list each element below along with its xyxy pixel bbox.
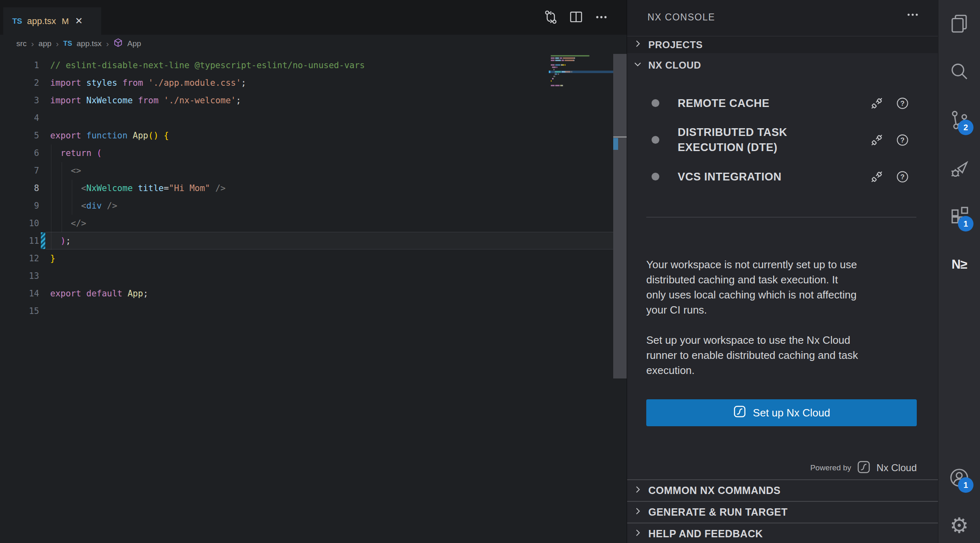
explorer-icon[interactable] <box>948 12 971 35</box>
powered-by-label: Powered by <box>810 463 851 472</box>
help-question-icon[interactable]: ? <box>895 169 910 186</box>
source-control-icon[interactable]: 2 <box>948 109 971 131</box>
line-number: 9 <box>0 197 39 215</box>
code-line[interactable]: 12} <box>0 250 612 267</box>
line-number: 2 <box>0 74 39 92</box>
nx-cloud-section: NX CLOUD REMOTE CACHE?DISTRIBUTED TASKEX… <box>627 53 938 479</box>
nx-cloud-item[interactable]: DISTRIBUTED TASKEXECUTION (DTE)? <box>627 121 938 159</box>
overview-modified-marker <box>613 138 618 150</box>
close-icon[interactable]: ✕ <box>75 16 83 27</box>
code-line[interactable]: 6 return ( <box>0 145 612 162</box>
breadcrumb-file[interactable]: app.tsx <box>77 39 102 48</box>
chevron-right-icon: › <box>56 39 59 49</box>
open-changes-icon[interactable] <box>543 9 559 27</box>
chevron-right-icon <box>633 485 643 497</box>
powered-by: Powered by Nx Cloud <box>646 460 917 476</box>
more-actions-icon[interactable] <box>593 9 610 27</box>
code-line[interactable]: 10 </> <box>0 215 612 232</box>
chevron-down-icon <box>633 59 643 71</box>
code-line[interactable]: 13 <box>0 267 612 285</box>
nx-cloud-icon <box>733 405 747 421</box>
nx-cloud-item-label: DISTRIBUTED TASKEXECUTION (DTE) <box>678 125 787 155</box>
button-label: Set up Nx Cloud <box>753 407 830 419</box>
svg-text:?: ? <box>900 173 905 181</box>
section-label: HELP AND FEEDBACK <box>648 528 763 540</box>
vertical-scrollbar[interactable] <box>613 54 627 378</box>
line-number: 12 <box>0 250 39 267</box>
help-question-icon[interactable]: ? <box>895 132 910 149</box>
code-text: <> <box>50 162 81 180</box>
editor-actions <box>543 9 610 27</box>
line-number: 10 <box>0 215 39 232</box>
nx-cloud-item[interactable]: REMOTE CACHE? <box>627 91 938 115</box>
tab-app-tsx[interactable]: TS app.tsx M ✕ <box>3 7 101 35</box>
code-text: export function App() { <box>50 127 169 145</box>
connect-icon[interactable] <box>869 132 885 150</box>
setup-instruction-text: Set up your workspace to use the Nx Clou… <box>646 333 924 378</box>
chevron-right-icon <box>633 39 643 51</box>
settings-icon[interactable]: ⚙︎ <box>948 514 971 537</box>
line-number: 15 <box>0 303 39 320</box>
line-number: 1 <box>0 57 39 74</box>
tab-title: app.tsx <box>27 16 56 27</box>
code-text: </> <box>50 215 86 232</box>
code-line[interactable]: 5export function App() { <box>0 127 612 145</box>
code-line[interactable]: 9 <div /> <box>0 197 612 215</box>
typescript-file-icon: TS <box>12 17 22 26</box>
line-number: 3 <box>0 92 39 109</box>
collapsed-sections: COMMON NX COMMANDSGENERATE & RUN TARGETH… <box>627 479 938 543</box>
badge: 1 <box>958 477 973 493</box>
badge: 1 <box>958 216 973 231</box>
nx-cloud-item[interactable]: VCS INTEGRATION? <box>627 165 938 189</box>
run-debug-icon[interactable] <box>948 157 971 180</box>
accounts-icon[interactable]: 1 <box>948 466 971 489</box>
nx-console-icon[interactable]: N≥ <box>948 253 971 276</box>
code-text: } <box>50 250 55 267</box>
svg-text:?: ? <box>900 100 905 107</box>
code-text: <div /> <box>50 197 117 215</box>
code-line[interactable]: 2import styles from './app.module.css'; <box>0 74 612 92</box>
code-line[interactable]: 14export default App; <box>0 285 612 303</box>
typescript-file-icon: TS <box>63 40 72 48</box>
more-actions-icon[interactable] <box>905 7 921 24</box>
section-nx-cloud[interactable]: NX CLOUD <box>627 54 938 76</box>
status-bullet-icon <box>652 136 659 144</box>
code-line[interactable]: 3import NxWelcome from './nx-welcome'; <box>0 92 612 109</box>
connect-icon[interactable] <box>869 95 885 113</box>
scrollbar-divider <box>613 136 627 138</box>
nx-cloud-item-label: REMOTE CACHE <box>678 96 769 111</box>
code-line[interactable]: 8 <NxWelcome title="Hi Mom" /> <box>0 180 612 197</box>
breadcrumb-symbol[interactable]: App <box>127 39 141 48</box>
nx-cloud-item-label: VCS INTEGRATION <box>678 169 782 185</box>
code-text: <NxWelcome title="Hi Mom" /> <box>50 180 226 197</box>
breadcrumb-src[interactable]: src <box>16 39 27 48</box>
code-line[interactable]: 1// eslint-disable-next-line @typescript… <box>0 57 612 74</box>
help-question-icon[interactable]: ? <box>895 96 910 113</box>
setup-nx-cloud-button[interactable]: Set up Nx Cloud <box>646 399 917 426</box>
code-line[interactable]: 4 <box>0 109 612 127</box>
code-text: export default App; <box>50 285 148 303</box>
code-line[interactable]: 11 ); <box>0 232 612 250</box>
line-number: 13 <box>0 267 39 285</box>
chevron-right-icon <box>633 528 643 540</box>
split-editor-icon[interactable] <box>568 9 584 27</box>
line-number: 11 <box>0 232 39 250</box>
code-text: ); <box>50 232 71 250</box>
extensions-icon[interactable]: 1 <box>948 205 971 228</box>
minimap[interactable] <box>549 54 613 100</box>
code-line[interactable]: 15 <box>0 303 612 320</box>
code-line[interactable]: 7 <> <box>0 162 612 180</box>
code-editor[interactable]: 1// eslint-disable-next-line @typescript… <box>0 52 627 543</box>
chevron-right-icon <box>633 506 643 519</box>
connect-icon[interactable] <box>869 169 885 187</box>
code-text: import NxWelcome from './nx-welcome'; <box>50 92 241 109</box>
section-generate-run-target[interactable]: GENERATE & RUN TARGET <box>627 501 938 523</box>
divider <box>646 217 916 218</box>
line-number: 6 <box>0 145 39 162</box>
breadcrumb-app[interactable]: app <box>38 39 51 48</box>
section-help-and-feedback[interactable]: HELP AND FEEDBACK <box>627 523 938 543</box>
search-icon[interactable] <box>948 60 971 83</box>
nx-cloud-icon <box>856 460 871 476</box>
section-projects[interactable]: PROJECTS <box>627 36 938 53</box>
section-common-nx-commands[interactable]: COMMON NX COMMANDS <box>627 479 938 501</box>
